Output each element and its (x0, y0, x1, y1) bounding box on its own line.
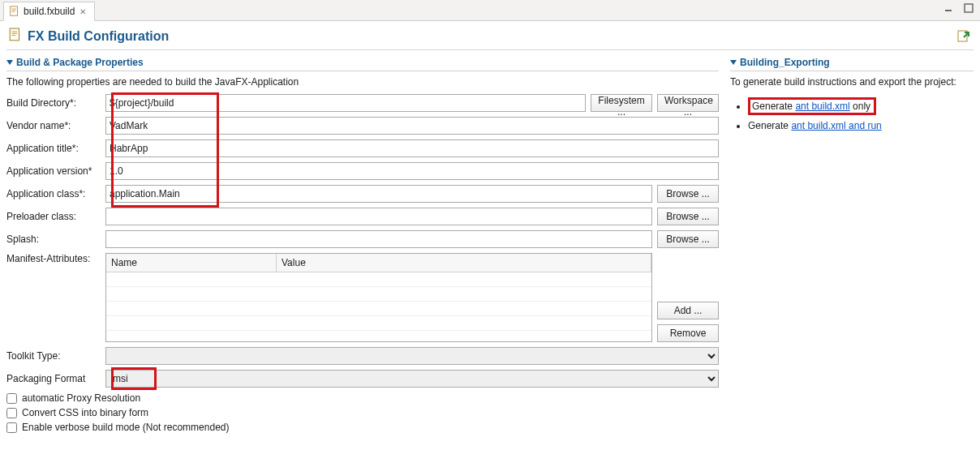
svg-rect-9 (12, 35, 16, 36)
application-version-input[interactable] (105, 162, 719, 180)
convert-css-checkbox[interactable] (6, 408, 17, 418)
maximize-icon[interactable] (962, 2, 975, 15)
application-class-input[interactable] (105, 185, 652, 203)
export-action-icon[interactable] (956, 28, 972, 45)
export-option: Generate ant build.xml only (748, 97, 974, 115)
editor-tabbar: build.fxbuild ✕ (0, 0, 980, 21)
close-icon[interactable]: ✕ (78, 6, 88, 16)
twisty-down-icon (730, 60, 737, 65)
svg-rect-8 (12, 33, 18, 34)
fxbuild-file-icon (9, 6, 20, 17)
section-description: The following properties are needed to b… (6, 75, 719, 94)
page-title: FX Build Configuration (28, 29, 169, 44)
vendor-name-input[interactable] (105, 117, 719, 135)
section-description: To generate build instructions and expor… (730, 75, 974, 94)
highlight-frame: Generate ant build.xml only (748, 97, 876, 115)
table-header-value: Value (277, 254, 651, 272)
label-build-directory: Build Directory*: (6, 97, 101, 109)
browse-button[interactable]: Browse ... (657, 185, 719, 203)
toolkit-type-select[interactable] (105, 347, 719, 365)
table-row[interactable] (106, 272, 651, 287)
minimize-icon[interactable] (943, 2, 956, 15)
filesystem-button[interactable]: Filesystem ... (591, 94, 652, 112)
splash-input[interactable] (105, 230, 652, 248)
add-button[interactable]: Add ... (657, 302, 719, 319)
label-vendor-name: Vendor name*: (6, 120, 101, 131)
export-option: Generate ant build.xml and run (748, 120, 974, 131)
svg-rect-5 (965, 4, 973, 12)
twisty-down-icon (6, 60, 13, 65)
table-row[interactable] (106, 316, 651, 331)
label-splash: Splash: (6, 234, 101, 245)
svg-rect-2 (12, 10, 16, 11)
preloader-class-input[interactable] (105, 208, 652, 225)
label-preloader-class: Preloader class: (6, 211, 101, 222)
label-application-title: Application title*: (6, 143, 101, 154)
convert-css-label: Convert CSS into binary form (22, 407, 148, 418)
automatic-proxy-label: automatic Proxy Resolution (22, 392, 140, 404)
automatic-proxy-checkbox[interactable] (6, 393, 17, 404)
svg-rect-7 (12, 32, 18, 32)
browse-button[interactable]: Browse ... (657, 230, 719, 248)
table-header-name: Name (106, 254, 277, 272)
svg-rect-1 (12, 9, 16, 10)
label-manifest-attributes: Manifest-Attributes: (6, 253, 101, 264)
editor-tab-label: build.fxbuild (24, 6, 75, 17)
section-title: Building_Exporting (740, 57, 830, 68)
packaging-format-select[interactable]: msi (105, 370, 719, 388)
section-building-exporting[interactable]: Building_Exporting (730, 55, 974, 71)
section-build-package-properties[interactable]: Build & Package Properties (6, 55, 719, 71)
remove-button[interactable]: Remove (657, 324, 719, 342)
section-title: Build & Package Properties (16, 57, 144, 68)
page-header: FX Build Configuration (0, 21, 980, 49)
table-row[interactable] (106, 302, 651, 316)
build-directory-input[interactable] (105, 94, 586, 112)
svg-rect-3 (12, 11, 15, 12)
fxbuild-file-icon (8, 28, 23, 45)
verbose-build-label: Enable verbose build mode (Not recommend… (22, 422, 229, 433)
svg-rect-0 (11, 6, 18, 15)
label-toolkit-type: Toolkit Type: (6, 350, 101, 362)
label-application-class: Application class*: (6, 188, 101, 199)
generate-ant-build-and-run-link[interactable]: ant build.xml and run (791, 120, 881, 131)
table-row[interactable] (106, 287, 651, 302)
application-title-input[interactable] (105, 139, 719, 157)
generate-ant-build-only-link[interactable]: ant build.xml (795, 101, 849, 112)
label-packaging-format: Packaging Format (6, 373, 101, 384)
svg-rect-6 (10, 28, 19, 41)
svg-rect-4 (945, 10, 952, 11)
browse-button[interactable]: Browse ... (657, 208, 719, 225)
editor-tab-build-fxbuild[interactable]: build.fxbuild ✕ (3, 2, 95, 21)
label-application-version: Application version* (6, 165, 101, 177)
verbose-build-checkbox[interactable] (6, 422, 17, 433)
workspace-button[interactable]: Workspace ... (657, 94, 719, 112)
manifest-attributes-table[interactable]: Name Value (105, 253, 652, 342)
